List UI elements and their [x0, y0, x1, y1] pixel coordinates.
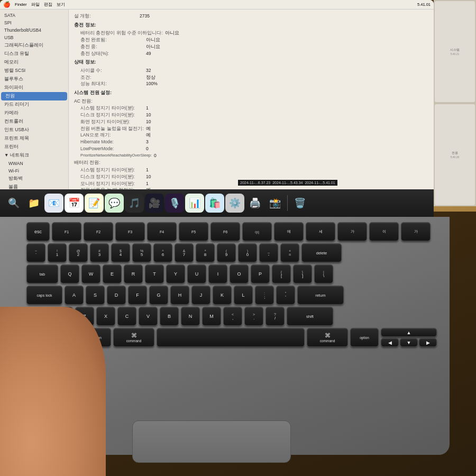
sidebar-item-camera[interactable]: 카메라: [0, 109, 68, 117]
dock-icon-numbers[interactable]: 📊: [185, 194, 204, 213]
sidebar-item-printer[interactable]: 프린터: [0, 143, 68, 151]
key-period[interactable]: >.: [244, 307, 263, 326]
key-minus[interactable]: _-: [259, 243, 278, 262]
key-g[interactable]: G: [149, 286, 168, 305]
key-r[interactable]: R: [124, 264, 143, 283]
key-b[interactable]: B: [160, 307, 179, 326]
key-3[interactable]: #3: [90, 243, 109, 262]
key-caps[interactable]: caps lock: [26, 286, 62, 305]
key-n[interactable]: N: [181, 307, 200, 326]
dock-icon-photos[interactable]: 📸: [266, 194, 285, 213]
key-arrow-up[interactable]: ▲: [381, 328, 437, 337]
key-space[interactable]: [157, 328, 305, 347]
key-esc[interactable]: esc: [26, 222, 50, 241]
key-l[interactable]: L: [234, 286, 253, 305]
key-x[interactable]: X: [96, 307, 115, 326]
dock-icon-messages[interactable]: 💬: [105, 194, 124, 213]
dock-icon-calendar[interactable]: 📅: [65, 194, 84, 213]
dock-icon-appstore[interactable]: 🛍️: [205, 194, 224, 213]
menu-edit[interactable]: 편집: [44, 2, 52, 7]
sidebar-item-disk[interactable]: 디스크 유틸: [0, 50, 68, 58]
key-a[interactable]: A: [65, 286, 84, 305]
sidebar-item-network[interactable]: ▼ 네트워크: [0, 151, 68, 160]
sidebar-item-firewall[interactable]: 방화벽: [0, 175, 68, 183]
key-2[interactable]: @2: [69, 243, 88, 262]
key-command-left[interactable]: ⌘ command: [113, 328, 154, 347]
key-f2[interactable]: F2: [84, 222, 113, 241]
key-w[interactable]: W: [81, 264, 100, 283]
key-f11[interactable]: 이: [369, 222, 399, 241]
key-arrow-left[interactable]: ◀: [381, 338, 399, 347]
key-0[interactable]: )0: [238, 243, 257, 262]
key-d[interactable]: D: [107, 286, 126, 305]
key-f7[interactable]: qq: [242, 222, 272, 241]
key-f5[interactable]: F5: [179, 222, 208, 241]
sidebar-item-tb[interactable]: Thunderbolt/USB4: [0, 26, 68, 34]
key-rbracket[interactable]: }]: [293, 264, 312, 283]
dock-icon-folder[interactable]: 📁: [24, 194, 43, 213]
sidebar-item-spi[interactable]: SPI: [0, 19, 68, 26]
key-o[interactable]: O: [230, 264, 249, 283]
key-f4[interactable]: F4: [147, 222, 177, 241]
dock-icon-trash[interactable]: 🗑️: [290, 194, 309, 213]
apple-menu[interactable]: 🍎: [3, 1, 11, 8]
key-m[interactable]: M: [202, 307, 221, 326]
sidebar-item-controller[interactable]: 컨트롤러: [0, 117, 68, 126]
key-comma[interactable]: <,: [223, 307, 242, 326]
sidebar-item-usb[interactable]: USB: [0, 34, 68, 41]
key-p[interactable]: P: [251, 264, 270, 283]
sidebar-item-cardreader[interactable]: 카드 리더기: [0, 100, 68, 109]
key-option-right[interactable]: option: [350, 328, 379, 347]
sidebar-item-power[interactable]: 전원: [1, 92, 67, 100]
key-quote[interactable]: "': [276, 286, 295, 305]
key-return[interactable]: return: [297, 286, 344, 305]
key-1[interactable]: !1: [48, 243, 67, 262]
key-j[interactable]: J: [191, 286, 210, 305]
key-f12[interactable]: 가: [401, 222, 431, 241]
trackpad[interactable]: [132, 420, 291, 463]
key-equals[interactable]: +=: [280, 243, 299, 262]
sidebar-item-wifi[interactable]: 와이파이: [0, 84, 68, 92]
sidebar-item-wwan[interactable]: WWAN: [0, 160, 68, 167]
key-4[interactable]: $4: [111, 243, 130, 262]
key-f8[interactable]: 메: [274, 222, 304, 241]
dock-icon-settings[interactable]: ⚙️: [225, 194, 244, 213]
key-q[interactable]: Q: [60, 264, 79, 283]
key-v[interactable]: V: [139, 307, 158, 326]
key-9[interactable]: (9: [217, 243, 236, 262]
key-shift-right[interactable]: shift: [287, 307, 333, 326]
sidebar-item-scsi[interactable]: 병렬 SCSI: [0, 67, 68, 75]
key-f[interactable]: F: [128, 286, 147, 305]
dock-icon-finder[interactable]: 🔍: [4, 194, 23, 213]
key-f3[interactable]: F3: [115, 222, 145, 241]
key-f9[interactable]: 세: [306, 222, 335, 241]
key-e[interactable]: E: [103, 264, 122, 283]
key-u[interactable]: U: [187, 264, 206, 283]
key-backtick[interactable]: ~`: [26, 243, 45, 262]
key-delete[interactable]: delete: [301, 243, 342, 262]
key-f10[interactable]: 가: [337, 222, 367, 241]
key-7[interactable]: &7: [175, 243, 194, 262]
key-arrow-down[interactable]: ▼: [400, 338, 418, 347]
key-backslash[interactable]: |\: [314, 264, 333, 283]
sidebar-item-graphics[interactable]: 그래픽/디스플레이: [0, 41, 68, 50]
sidebar-item-sata[interactable]: SATA: [0, 12, 68, 19]
sidebar-item-wifi2[interactable]: Wi-Fi: [0, 167, 68, 175]
key-i[interactable]: I: [208, 264, 227, 283]
key-f1[interactable]: F1: [52, 222, 81, 241]
dock-icon-mail[interactable]: 📧: [44, 194, 63, 213]
sidebar-item-int[interactable]: 인트 USB사: [0, 126, 68, 134]
key-semicolon[interactable]: :;: [255, 286, 274, 305]
key-t[interactable]: T: [145, 264, 164, 283]
sidebar-item-bluetooth[interactable]: 블루투스: [0, 75, 68, 84]
key-slash[interactable]: ?/: [266, 307, 285, 326]
key-h[interactable]: H: [170, 286, 189, 305]
key-c[interactable]: C: [117, 307, 136, 326]
key-lbracket[interactable]: {[: [272, 264, 291, 283]
dock-icon-tv[interactable]: 🎥: [145, 194, 164, 213]
key-5[interactable]: %5: [132, 243, 151, 262]
key-s[interactable]: S: [86, 286, 105, 305]
sidebar-item-print-title[interactable]: 프린트 제목: [0, 134, 68, 143]
menu-finder[interactable]: Finder: [15, 2, 27, 7]
key-8[interactable]: *8: [196, 243, 215, 262]
